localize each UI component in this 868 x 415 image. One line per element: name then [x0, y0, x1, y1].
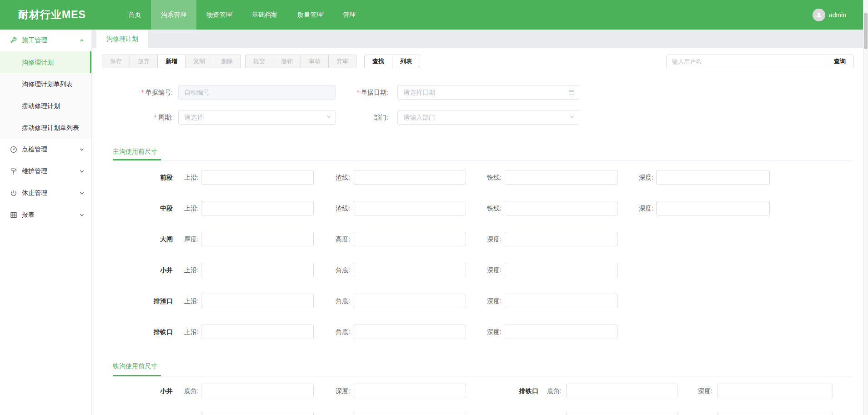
doc-date-field-wrap [397, 85, 579, 100]
power-icon [10, 190, 17, 197]
vertical-scrollbar[interactable] [863, 0, 868, 415]
dim-input[interactable] [353, 263, 466, 277]
nav-item-zhiliang[interactable]: 质量管理 [287, 0, 333, 30]
dim-row-gate: 大闸 厚度: 高度: 深度: [92, 232, 868, 246]
dim-input[interactable] [201, 232, 314, 246]
query-button[interactable]: 查询 [826, 55, 854, 68]
dim-input[interactable] [656, 170, 770, 185]
dim-input[interactable] [505, 263, 618, 277]
gauge-icon [10, 146, 17, 153]
wrench-icon [10, 37, 17, 44]
dim-input[interactable] [505, 170, 618, 185]
dim-input[interactable] [353, 232, 466, 246]
field-label: 深度: [627, 170, 653, 185]
field-label: 上沿: [172, 294, 199, 308]
sidebar-group-label: 维护管理 [22, 167, 47, 175]
dim-input[interactable] [353, 412, 466, 415]
dim-row-slag-outlet: 排渣口 上沿: 角底: 深度: [92, 294, 868, 308]
sidebar-item-baidong-plan-list[interactable]: 摆动修理计划单列表 [0, 117, 91, 139]
submit-button[interactable]: 提交 [245, 55, 273, 68]
section-divider [113, 160, 852, 160]
row-group-label: 小井 [109, 263, 173, 277]
section-divider [113, 376, 852, 376]
tab-gouxiu-plan[interactable]: 沟修理计划 [96, 30, 148, 48]
sidebar-group-suspension[interactable]: 休止管理 [0, 182, 91, 204]
sidebar-group-reports[interactable]: 报表 [0, 204, 91, 226]
user-menu[interactable]: admin [813, 9, 846, 21]
toolbar-group-view: 查找 列表 [364, 55, 420, 68]
dim-input[interactable] [717, 412, 833, 415]
form-row-cycle: 周期: 部门: [92, 110, 868, 125]
dim-input[interactable] [201, 170, 314, 185]
field-label: 上沿: [172, 201, 199, 215]
dim-input[interactable] [353, 294, 466, 308]
row-group-label: 排铁口 [475, 384, 538, 398]
nav-item-guanli[interactable]: 管理 [333, 0, 366, 30]
scrollbar-thumb[interactable] [864, 13, 868, 49]
sidebar-item-gouxiu-plan[interactable]: 沟修理计划 [0, 51, 91, 73]
dim-input[interactable] [505, 201, 618, 215]
audit-button[interactable]: 审核 [301, 55, 329, 68]
list-button[interactable]: 列表 [392, 55, 420, 68]
user-icon [815, 11, 823, 19]
roller-icon [10, 168, 17, 175]
dim-input[interactable] [201, 325, 314, 339]
revoke-button[interactable]: 撤销 [273, 55, 301, 68]
dim-input[interactable] [656, 201, 770, 215]
find-button[interactable]: 查找 [364, 55, 392, 68]
discard-button[interactable]: 放弃 [130, 55, 158, 68]
sidebar-group-label: 点检管理 [22, 145, 47, 154]
add-button[interactable]: 新增 [157, 55, 186, 68]
delete-button[interactable]: 删除 [213, 55, 241, 68]
table-icon [10, 211, 17, 219]
field-label: 铁线: [475, 201, 502, 215]
dim-input[interactable] [353, 170, 466, 185]
dim-input[interactable] [505, 294, 618, 308]
dim-input[interactable] [353, 325, 466, 339]
doc-date-input[interactable] [397, 85, 579, 100]
dim-input[interactable] [717, 384, 833, 398]
dim-row-partial [92, 412, 868, 415]
tab-strip: 沟修理计划 [92, 30, 868, 48]
cycle-select[interactable] [178, 110, 336, 125]
nav-item-wuzi[interactable]: 物资管理 [196, 0, 242, 30]
dim-input[interactable] [353, 201, 466, 215]
dim-input[interactable] [201, 294, 314, 308]
sidebar-group-label: 施工管理 [22, 36, 47, 45]
sidebar-item-gouxiu-plan-list[interactable]: 沟修理计划单列表 [0, 73, 91, 95]
dim-row-front: 前段 上沿: 渣线: 铁线: 深度: [92, 170, 868, 185]
sidebar: 施工管理 沟修理计划 沟修理计划单列表 摆动修理计划 摆动修理计划单列表 点检管… [0, 30, 92, 415]
dim-input[interactable] [353, 384, 466, 398]
sidebar-item-baidong-plan[interactable]: 摆动修理计划 [0, 95, 91, 117]
dim-input[interactable] [566, 384, 677, 398]
nav-item-jichu[interactable]: 基础档案 [242, 0, 287, 30]
dim-input[interactable] [201, 201, 314, 215]
row-group-label: 排铁口 [109, 325, 173, 339]
dim-row-iron-small-well: 小井 底角: 深度: 排铁口 底角: 深度: [92, 384, 868, 398]
username: admin [829, 11, 846, 19]
nav-item-gouxi[interactable]: 沟系管理 [151, 0, 196, 30]
dim-input[interactable] [201, 412, 314, 415]
sidebar-group-spotcheck[interactable]: 点检管理 [0, 139, 91, 160]
field-label: 深度: [475, 263, 502, 277]
dim-input[interactable] [505, 325, 618, 339]
sidebar-group-construction[interactable]: 施工管理 [0, 30, 91, 51]
search-input[interactable] [666, 55, 826, 68]
dim-input[interactable] [566, 412, 677, 415]
sidebar-group-label: 报表 [22, 211, 35, 219]
sidebar-group-maintenance[interactable]: 维护管理 [0, 160, 91, 182]
copy-button[interactable]: 复制 [185, 55, 213, 68]
nav-item-home[interactable]: 首页 [118, 0, 151, 30]
section-divider-accent [113, 159, 161, 160]
cycle-select-wrap [178, 110, 336, 125]
unaudit-button[interactable]: 弃审 [328, 55, 356, 68]
dim-input[interactable] [505, 232, 618, 246]
chevron-down-icon [80, 191, 84, 195]
save-button[interactable]: 保存 [102, 55, 130, 68]
dept-select[interactable] [397, 110, 579, 125]
dim-input[interactable] [201, 263, 314, 277]
field-label: 深度: [324, 384, 350, 398]
app-logo: 耐材行业MES [18, 8, 102, 22]
field-label: 角底: [324, 263, 350, 277]
dim-input[interactable] [201, 384, 314, 398]
